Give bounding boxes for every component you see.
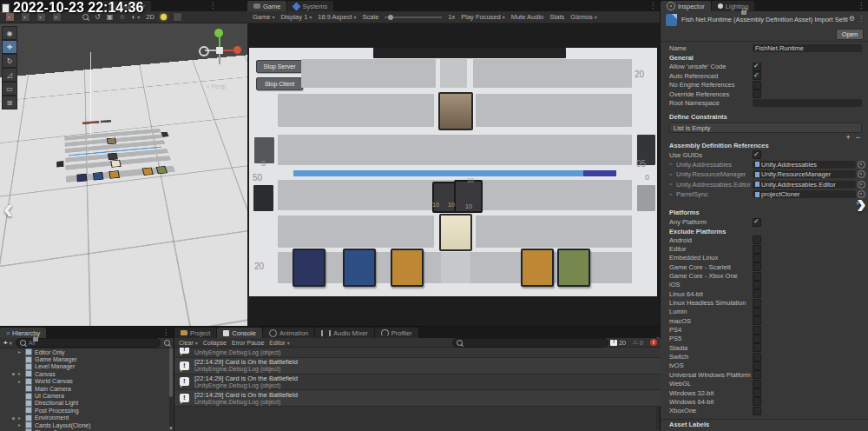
scene-panel-menu-icon[interactable]: ⋮ <box>209 2 216 10</box>
display-dropdown[interactable]: Display 1 <box>280 13 312 21</box>
card-row[interactable] <box>473 59 632 88</box>
hierarchy-item[interactable]: Directional Light <box>0 400 174 407</box>
hierarchy-filter-icon[interactable] <box>164 340 170 346</box>
hierarchy-item[interactable]: UI Camera <box>0 392 174 399</box>
visibility-toggle-icon[interactable] <box>9 371 18 376</box>
hierarchy-item[interactable]: Editor Only <box>0 348 174 355</box>
open-button[interactable]: Open <box>836 29 864 40</box>
tab-animation[interactable]: Animation <box>263 328 314 338</box>
hierarchy-item[interactable]: Post Processing <box>0 407 174 414</box>
clear-button[interactable]: Clear <box>179 340 198 346</box>
hand-card[interactable] <box>441 252 470 283</box>
tab-lighting[interactable]: Lighting <box>712 1 754 11</box>
tab-inspector[interactable]: Inspector <box>661 1 711 11</box>
add-gameobject-button[interactable]: + <box>3 339 12 347</box>
card-slot[interactable] <box>440 59 467 88</box>
gear-icon[interactable]: ⚙ <box>849 15 855 23</box>
platform-checkbox[interactable] <box>753 316 761 325</box>
reference-field[interactable]: projectCloner <box>753 190 856 198</box>
warning-count[interactable]: ⚠ 0 <box>633 339 643 346</box>
transform-tool-button[interactable]: ⊞ <box>2 96 17 109</box>
expand-arrow-icon[interactable] <box>18 414 25 421</box>
tab-game[interactable]: Game <box>247 1 286 11</box>
inspector-menu-icon[interactable]: ⋮ <box>858 2 865 10</box>
platform-checkbox[interactable] <box>753 361 761 370</box>
card-row[interactable] <box>278 216 434 248</box>
platform-checkbox[interactable] <box>753 353 761 361</box>
rect-tool-button[interactable]: ▭ <box>2 82 17 96</box>
gizmos-dropdown[interactable]: Gizmos <box>570 13 596 21</box>
scale-tool-button[interactable]: ◿ <box>2 68 17 82</box>
setting-checkbox[interactable] <box>753 81 761 90</box>
platform-checkbox[interactable] <box>753 299 761 308</box>
stop-server-button[interactable]: Stop Server <box>256 60 303 73</box>
collapse-button[interactable]: Collapse <box>203 340 227 346</box>
y-axis-handle[interactable] <box>214 29 223 37</box>
visibility-toggle-icon[interactable] <box>9 415 18 421</box>
platform-checkbox[interactable] <box>753 245 761 254</box>
console-log-entry[interactable]: [22:14:29] Card is On the Battlefield Un… <box>174 390 661 407</box>
platform-checkbox[interactable] <box>753 335 761 343</box>
scale-slider-knob[interactable] <box>388 15 393 20</box>
hierarchy-item[interactable]: Level Manager <box>0 363 174 370</box>
setting-checkbox[interactable] <box>753 63 761 71</box>
scene-viewport[interactable]: ◉ ✛ ↻ ◿ ▭ ⊞ < Persp <box>0 23 247 326</box>
reference-field[interactable]: Unity.Addressables <box>753 161 856 169</box>
hierarchy-item[interactable]: Cards Layout(Clone) <box>0 421 174 428</box>
object-picker-icon[interactable] <box>858 161 865 169</box>
platform-checkbox[interactable] <box>753 281 761 289</box>
scene-lighting-toggle-icon[interactable] <box>161 14 167 20</box>
console-search-input[interactable] <box>452 338 608 348</box>
root-namespace-field[interactable] <box>753 99 862 107</box>
platform-checkbox[interactable] <box>753 308 761 316</box>
drag-handle-icon[interactable]: = <box>669 192 676 197</box>
name-field[interactable]: FishNet.Runtime <box>753 44 862 52</box>
scale-slider[interactable] <box>385 17 442 18</box>
info-count[interactable]: 20 <box>610 340 626 346</box>
lock-icon[interactable] <box>33 337 38 341</box>
x-axis-handle[interactable] <box>233 46 241 54</box>
reference-field[interactable]: Unity.ResourceManager <box>753 170 856 178</box>
console-log-entry[interactable]: [22:14:29] Card is On the Battlefield Un… <box>174 375 661 391</box>
aspect-dropdown[interactable]: 16:9 Aspect <box>318 13 356 21</box>
drag-handle-icon[interactable]: = <box>669 182 676 187</box>
hand-card[interactable] <box>557 249 590 287</box>
drag-handle-icon[interactable]: = <box>669 162 676 167</box>
assembly-reference-row[interactable]: = Unity.ResourceManager Unity.ResourceMa… <box>661 169 868 180</box>
hierarchy-scrollbar[interactable] <box>169 348 173 430</box>
any-platform-checkbox[interactable] <box>753 218 761 227</box>
platform-checkbox[interactable] <box>753 388 761 397</box>
assembly-reference-row[interactable]: = ParrelSync projectCloner <box>661 189 868 200</box>
game-mode-dropdown[interactable]: Game <box>253 13 274 21</box>
tab-project[interactable]: Project <box>174 328 216 338</box>
battlefield-card[interactable] <box>438 92 473 130</box>
assembly-reference-row[interactable]: = Unity.Addressables Unity.Addressables <box>661 160 868 170</box>
gizmo-cube[interactable] <box>216 47 223 54</box>
platform-checkbox[interactable] <box>753 254 761 262</box>
card-row[interactable] <box>476 216 632 248</box>
platform-checkbox[interactable] <box>753 370 761 379</box>
tab-audio-mixer[interactable]: Audio Mixer <box>315 328 374 338</box>
view-tool-button[interactable]: ◉ <box>2 26 17 40</box>
tab-hierarchy[interactable]: ≡ Hierarchy <box>0 328 46 338</box>
side-slot[interactable] <box>637 185 655 211</box>
z-axis-handle[interactable] <box>199 46 209 56</box>
tab-console[interactable]: Console <box>217 328 262 338</box>
expand-arrow-icon[interactable] <box>18 370 25 377</box>
setting-checkbox[interactable] <box>753 90 761 98</box>
hand-card[interactable] <box>343 249 376 287</box>
platform-checkbox[interactable] <box>753 380 761 388</box>
platform-checkbox[interactable] <box>753 397 761 406</box>
editor-dropdown[interactable]: Editor <box>269 340 289 346</box>
play-focused-dropdown[interactable]: Play Focused <box>461 13 504 21</box>
object-picker-icon[interactable] <box>858 170 865 178</box>
platform-checkbox[interactable] <box>753 407 761 415</box>
hierarchy-menu-icon[interactable]: ⋮ <box>162 328 169 337</box>
stats-button[interactable]: Stats <box>549 13 564 21</box>
hierarchy-item[interactable]: World Canvas <box>0 378 174 385</box>
toggle-2d-button[interactable]: 2D <box>146 13 155 21</box>
card-row[interactable] <box>301 59 436 88</box>
card-row[interactable] <box>476 94 632 127</box>
stop-client-button[interactable]: Stop Client <box>256 77 303 90</box>
scene-audio-toggle-icon[interactable] <box>173 12 182 22</box>
